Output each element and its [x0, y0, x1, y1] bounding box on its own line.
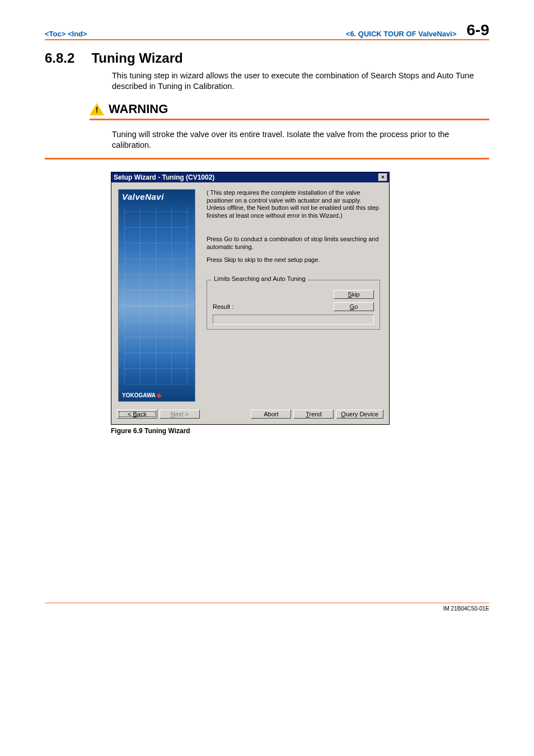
wizard-sidebar-image: ValveNavi YOKOGAWA ◆: [118, 189, 195, 402]
header-left[interactable]: <Toc> <Ind>: [45, 30, 87, 38]
group-legend: Limits Searching and Auto Tuning: [212, 275, 308, 282]
section-number: 6.8.2: [45, 50, 74, 66]
footer-doc-id: IM 21B04C50-01E: [443, 605, 489, 612]
header-page-number: 6-9: [467, 22, 489, 38]
go-button[interactable]: Go: [334, 302, 374, 311]
close-icon[interactable]: ×: [378, 173, 387, 181]
dialog-titlebar[interactable]: Setup Wizard - Tuning (CV1002) ×: [111, 172, 389, 182]
trend-button[interactable]: Trend: [293, 410, 334, 419]
skip-button[interactable]: Skip: [334, 290, 374, 299]
wizard-right-pane: ( This step requires the complete instal…: [195, 189, 382, 402]
section-heading: 6.8.2Tuning Wizard: [45, 50, 489, 66]
dialog-title: Setup Wizard - Tuning (CV1002): [114, 173, 214, 181]
warning-label: WARNING: [109, 102, 168, 116]
page-header: <Toc> <Ind> <6. QUICK TOUR OF ValveNavi>…: [45, 22, 489, 40]
wizard-press-skip: Press Skip to skip to the next setup pag…: [207, 256, 380, 264]
limits-auto-tuning-group: Limits Searching and Auto Tuning Skip Re…: [207, 280, 380, 330]
section-body: This tuning step in wizard allows the us…: [112, 71, 489, 92]
warning-icon: [90, 103, 104, 115]
next-button: Next >: [160, 410, 200, 419]
setup-wizard-dialog: Setup Wizard - Tuning (CV1002) × ValveNa…: [111, 172, 390, 425]
header-center: <6. QUICK TOUR OF ValveNavi>: [87, 30, 467, 38]
query-device-button[interactable]: Query Device: [336, 410, 383, 419]
warning-header: WARNING: [90, 102, 489, 120]
figure-caption: Figure 6.9 Tuning Wizard: [111, 427, 489, 435]
wizard-button-row: < Back Next > Abort Trend Query Device: [111, 406, 389, 424]
section-title-text: Tuning Wizard: [91, 50, 182, 65]
result-label: Result :: [213, 303, 233, 310]
wizard-note: ( This step requires the complete instal…: [207, 189, 380, 220]
brand-valvenavi: ValveNavi: [122, 192, 164, 201]
wizard-press-go: Press Go to conduct a combination of sto…: [207, 236, 380, 251]
back-button[interactable]: < Back: [117, 410, 157, 419]
result-output: [213, 314, 374, 325]
warning-body-block: Tuning will stroke the valve over its en…: [45, 124, 489, 159]
brand-yokogawa: YOKOGAWA ◆: [122, 392, 161, 399]
page-footer: IM 21B04C50-01E: [45, 603, 489, 612]
warning-text: Tuning will stroke the valve over its en…: [112, 124, 489, 151]
abort-button[interactable]: Abort: [251, 410, 291, 419]
